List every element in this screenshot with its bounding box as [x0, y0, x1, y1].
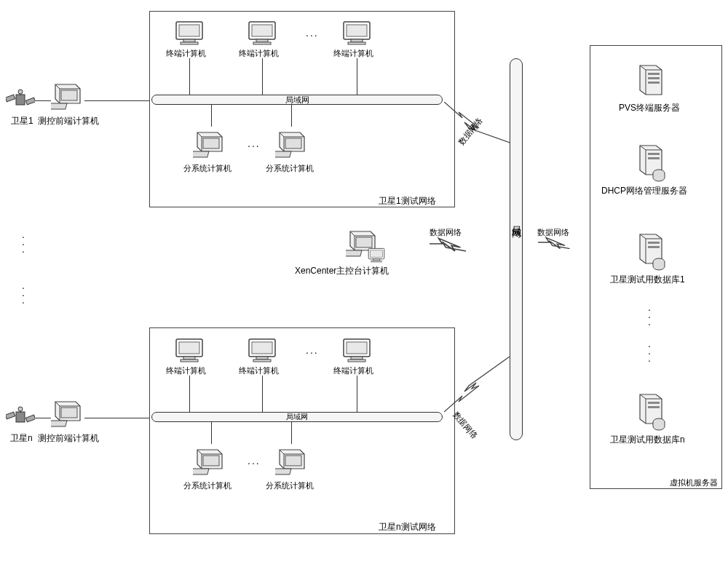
terminal-computer-icon [248, 338, 277, 366]
terminal-computer-label: 终端计算机 [239, 48, 279, 59]
ellipsis: ··· [306, 29, 319, 41]
terminal-computer-icon [342, 338, 371, 366]
connector-line [35, 418, 51, 418]
sat-n-test-network-title: 卫星n测试网络 [379, 521, 436, 533]
tc-computer-icon [51, 82, 84, 116]
terminal-computer-icon [175, 338, 204, 366]
db-server-icon [636, 233, 666, 273]
terminal-computer-label: 终端计算机 [239, 365, 279, 376]
dhcp-server-label: DHCP网络管理服务器 [601, 185, 687, 197]
satellite-icon [6, 405, 35, 433]
satellite-1-label: 卫星1 [11, 115, 33, 127]
connector-line [35, 100, 51, 101]
subsystem-computer-icon [275, 447, 309, 481]
satellite-n-label: 卫星n [10, 432, 33, 445]
subsystem-computer-label: 分系统计算机 [266, 480, 314, 491]
data-network-label: 数据网络 [430, 227, 462, 238]
data-network-label: 数据网络 [537, 227, 569, 238]
tc-computer-n-label: 测控前端计算机 [38, 432, 99, 445]
subsystem-computer-icon [193, 447, 226, 481]
connector-line [262, 376, 263, 412]
terminal-computer-icon [248, 20, 277, 49]
lan-bar-n: 局域网 [151, 412, 443, 422]
subsystem-computer-label: 分系统计算机 [266, 163, 314, 174]
connector-line [291, 422, 292, 444]
xen-center-mini-monitor-icon [368, 247, 385, 266]
connector-line [357, 58, 357, 95]
ellipsis: ··· [248, 457, 261, 469]
lan-bar-1: 局域网 [151, 95, 443, 105]
central-lan-label: 局域网 [510, 218, 523, 223]
db-server-icon [636, 393, 666, 433]
terminal-computer-label: 终端计算机 [333, 48, 373, 59]
subsystem-computer-label: 分系统计算机 [183, 480, 232, 491]
pvs-server-icon [636, 64, 666, 101]
subsystem-computer-icon [275, 130, 309, 164]
vm-server-box-title: 虚拟机服务器 [670, 477, 718, 488]
lan-label: 局域网 [286, 412, 308, 422]
ellipsis-vertical: ··· [22, 284, 25, 306]
connector-line [84, 418, 151, 418]
terminal-computer-label: 终端计算机 [166, 365, 206, 376]
db-n-label: 卫星测试用数据库n [610, 434, 685, 446]
connector-line [211, 105, 212, 127]
terminal-computer-label: 终端计算机 [333, 365, 373, 376]
subsystem-computer-label: 分系统计算机 [183, 163, 232, 174]
terminal-computer-label: 终端计算机 [166, 48, 206, 59]
central-lan-bar [510, 58, 523, 440]
tc-computer-1-label: 测控前端计算机 [38, 115, 99, 127]
connector-line [211, 422, 212, 444]
terminal-computer-icon [175, 20, 204, 49]
connector-line [189, 376, 190, 412]
subsystem-computer-icon [193, 130, 226, 164]
terminal-computer-icon [342, 20, 371, 49]
db-1-label: 卫星测试用数据库1 [610, 274, 685, 286]
ellipsis-vertical: ··· [648, 306, 651, 327]
xen-center-label: XenCenter主控台计算机 [295, 265, 389, 277]
ellipsis-vertical: ··· [22, 233, 25, 255]
sat-1-test-network-title: 卫星1测试网络 [379, 195, 436, 207]
pvs-server-label: PVS终端服务器 [619, 102, 680, 114]
connector-line [189, 58, 190, 95]
connector-line [262, 58, 263, 95]
tc-computer-icon [51, 399, 84, 433]
ellipsis-vertical: ··· [648, 342, 651, 364]
connector-line [357, 376, 357, 412]
dhcp-server-icon [636, 144, 666, 184]
zigzag-connector [444, 357, 510, 417]
connector-line [84, 100, 151, 101]
connector-line [291, 105, 292, 127]
lan-label: 局域网 [285, 95, 309, 106]
satellite-icon [6, 87, 35, 116]
ellipsis: ··· [306, 346, 319, 358]
ellipsis: ··· [248, 140, 261, 151]
